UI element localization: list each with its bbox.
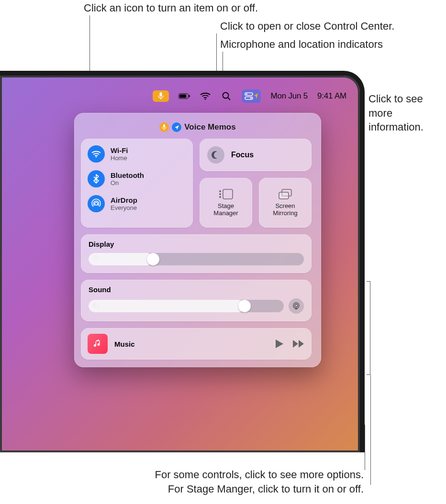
svg-point-12 bbox=[95, 202, 98, 205]
play-button[interactable] bbox=[273, 338, 286, 350]
airdrop-toggle[interactable]: AirDrop Everyone bbox=[88, 195, 186, 212]
svg-rect-3 bbox=[189, 95, 190, 98]
wifi-icon bbox=[88, 145, 105, 163]
bluetooth-subtitle: On bbox=[111, 179, 144, 186]
now-playing-tile[interactable]: Music bbox=[81, 328, 312, 360]
svg-point-7 bbox=[246, 93, 247, 95]
menubar-time[interactable]: 9:41 AM bbox=[317, 91, 346, 101]
svg-point-14 bbox=[220, 191, 221, 192]
battery-icon[interactable] bbox=[178, 91, 190, 101]
bluetooth-icon bbox=[88, 170, 105, 187]
bluetooth-title: Bluetooth bbox=[111, 171, 144, 179]
leader-bracket-options bbox=[367, 281, 370, 375]
airdrop-subtitle: Everyone bbox=[111, 204, 137, 211]
privacy-app-name: Voice Memos bbox=[184, 122, 235, 132]
next-track-button[interactable] bbox=[292, 338, 305, 350]
svg-point-16 bbox=[220, 197, 221, 198]
wifi-subtitle: Home bbox=[111, 154, 128, 162]
svg-rect-13 bbox=[223, 189, 233, 199]
menu-bar: Mon Jun 5 9:41 AM bbox=[0, 87, 360, 105]
connectivity-tile[interactable]: Wi-Fi Home Bluetooth On bbox=[81, 139, 193, 228]
svg-point-4 bbox=[205, 99, 206, 100]
brightness-slider[interactable] bbox=[89, 253, 304, 265]
callout-indicators: Microphone and location indicators bbox=[220, 37, 383, 52]
desktop-wallpaper: Mon Jun 5 9:41 AM Voice Memos Wi-Fi bbox=[0, 71, 365, 452]
callout-bottom1: For some controls, click to see more opt… bbox=[0, 468, 364, 482]
airdrop-icon bbox=[88, 195, 105, 212]
stage-manager-label1: Stage bbox=[218, 202, 234, 209]
stage-manager-icon bbox=[219, 189, 233, 199]
svg-point-21 bbox=[295, 304, 298, 307]
svg-point-5 bbox=[223, 93, 229, 99]
microphone-icon bbox=[158, 92, 164, 100]
wifi-title: Wi-Fi bbox=[111, 146, 128, 154]
svg-point-11 bbox=[96, 156, 97, 157]
sound-tile[interactable]: Sound bbox=[81, 280, 312, 321]
location-arrow-icon bbox=[254, 93, 258, 99]
microphone-indicator-icon bbox=[159, 122, 169, 132]
menubar-date[interactable]: Mon Jun 5 bbox=[270, 91, 308, 101]
control-center-panel: Voice Memos Wi-Fi Home bbox=[74, 113, 321, 367]
callout-see-more: Click to see more information. bbox=[368, 92, 443, 134]
airplay-audio-button[interactable] bbox=[289, 298, 304, 314]
callout-open-cc: Click to open or close Control Center. bbox=[220, 19, 394, 33]
screen-mirroring-label1: Screen bbox=[275, 202, 295, 209]
mic-recording-indicator[interactable] bbox=[153, 90, 169, 102]
svg-point-15 bbox=[220, 194, 221, 195]
bluetooth-toggle[interactable]: Bluetooth On bbox=[88, 170, 186, 187]
screen-mirroring-icon bbox=[279, 189, 292, 199]
moon-icon bbox=[207, 146, 224, 164]
location-indicator-icon bbox=[172, 122, 181, 132]
airdrop-title: AirDrop bbox=[111, 196, 137, 204]
stage-manager-label2: Manager bbox=[213, 209, 238, 217]
sound-label: Sound bbox=[89, 285, 304, 294]
screen-mirroring-label2: Mirroring bbox=[273, 209, 297, 217]
fast-forward-icon bbox=[293, 340, 304, 348]
volume-slider[interactable] bbox=[89, 300, 284, 312]
play-icon bbox=[276, 340, 283, 348]
wifi-menubar-icon[interactable] bbox=[200, 91, 211, 101]
focus-label: Focus bbox=[231, 151, 254, 159]
svg-rect-0 bbox=[160, 92, 162, 97]
callout-toggle: Click an icon to turn an item on or off. bbox=[84, 1, 258, 15]
svg-rect-18 bbox=[279, 192, 289, 199]
leader-line bbox=[370, 375, 371, 485]
leader-line bbox=[365, 425, 365, 470]
music-app-icon bbox=[88, 334, 108, 354]
svg-rect-10 bbox=[163, 124, 165, 128]
stage-manager-tile[interactable]: StageManager bbox=[200, 178, 252, 228]
screen-mirroring-tile[interactable]: ScreenMirroring bbox=[259, 178, 312, 228]
wifi-toggle[interactable]: Wi-Fi Home bbox=[88, 145, 186, 163]
music-label: Music bbox=[114, 340, 267, 348]
svg-point-9 bbox=[250, 98, 252, 99]
control-center-menubar-button[interactable] bbox=[242, 89, 261, 103]
display-tile[interactable]: Display bbox=[81, 234, 312, 273]
callout-bottom2: For Stage Manger, click to turn it on or… bbox=[0, 482, 364, 496]
display-label: Display bbox=[89, 240, 304, 248]
svg-rect-2 bbox=[179, 94, 186, 98]
control-center-icon bbox=[245, 92, 253, 100]
focus-tile[interactable]: Focus bbox=[200, 139, 312, 171]
privacy-indicators-row[interactable]: Voice Memos bbox=[81, 120, 314, 139]
airplay-icon bbox=[292, 302, 301, 310]
spotlight-icon[interactable] bbox=[221, 91, 232, 101]
